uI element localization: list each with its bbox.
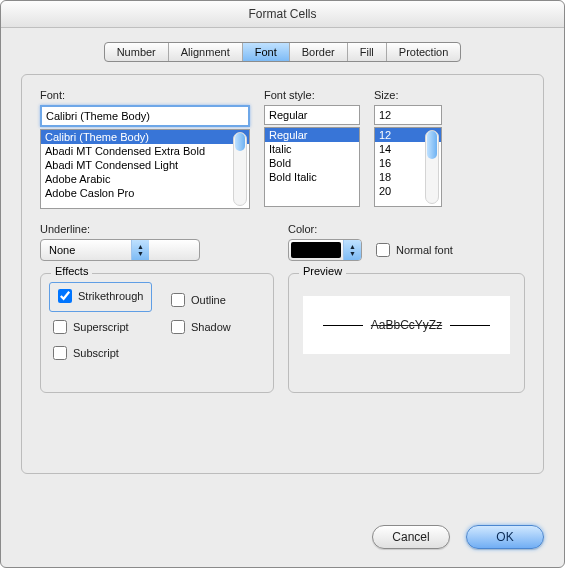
font-input[interactable] xyxy=(40,105,250,127)
tab-number[interactable]: Number xyxy=(105,43,169,61)
effects-legend: Effects xyxy=(51,265,92,277)
color-swatch xyxy=(291,242,341,258)
checkbox-icon[interactable] xyxy=(171,293,185,307)
list-item[interactable]: Abadi MT Condensed Light xyxy=(41,158,249,172)
ok-button[interactable]: OK xyxy=(466,525,544,549)
color-select[interactable]: ▲▼ xyxy=(288,239,362,261)
size-label: Size: xyxy=(374,89,442,101)
chevron-updown-icon: ▲▼ xyxy=(131,240,149,260)
preview-line-right xyxy=(450,325,490,326)
dialog-footer: Cancel OK xyxy=(372,525,544,549)
preview-legend: Preview xyxy=(299,265,346,277)
checkbox-icon[interactable] xyxy=(58,289,72,303)
checkbox-icon[interactable] xyxy=(53,346,67,360)
list-item[interactable]: Regular xyxy=(265,128,359,142)
scrollbar-thumb[interactable] xyxy=(427,131,437,159)
strikethrough-checkbox[interactable]: Strikethrough xyxy=(58,289,143,303)
outline-checkbox[interactable]: Outline xyxy=(171,282,261,318)
list-item[interactable]: Italic xyxy=(265,142,359,156)
preview-text: AaBbCcYyZz xyxy=(371,318,442,332)
tab-font[interactable]: Font xyxy=(243,43,290,61)
checkbox-icon[interactable] xyxy=(53,320,67,334)
tab-alignment[interactable]: Alignment xyxy=(169,43,243,61)
checkbox-icon[interactable] xyxy=(376,243,390,257)
font-style-label: Font style: xyxy=(264,89,360,101)
preview-sample: AaBbCcYyZz xyxy=(303,296,510,354)
scrollbar[interactable] xyxy=(425,130,439,204)
subscript-checkbox[interactable]: Subscript xyxy=(53,346,163,360)
font-listbox[interactable]: Calibri (Theme Body) Abadi MT Condensed … xyxy=(40,129,250,209)
scrollbar[interactable] xyxy=(233,132,247,206)
size-input[interactable] xyxy=(374,105,442,125)
list-item[interactable]: Adobe Arabic xyxy=(41,172,249,186)
preview-line-left xyxy=(323,325,363,326)
font-panel: Font: Calibri (Theme Body) Abadi MT Cond… xyxy=(21,74,544,474)
list-item[interactable]: Adobe Caslon Pro xyxy=(41,186,249,200)
font-style-listbox[interactable]: Regular Italic Bold Bold Italic xyxy=(264,127,360,207)
list-item[interactable]: Bold Italic xyxy=(265,170,359,184)
superscript-checkbox[interactable]: Superscript xyxy=(53,320,163,334)
underline-label: Underline: xyxy=(40,223,274,235)
dialog-title: Format Cells xyxy=(1,1,564,28)
list-item[interactable]: Abadi MT Condensed Extra Bold xyxy=(41,144,249,158)
list-item[interactable]: Bold xyxy=(265,156,359,170)
chevron-updown-icon: ▲▼ xyxy=(343,240,361,260)
tab-border[interactable]: Border xyxy=(290,43,348,61)
underline-value: None xyxy=(41,240,131,260)
checkbox-icon[interactable] xyxy=(171,320,185,334)
cancel-button[interactable]: Cancel xyxy=(372,525,450,549)
list-item[interactable]: Calibri (Theme Body) xyxy=(41,130,249,144)
tab-bar: Number Alignment Font Border Fill Protec… xyxy=(104,42,462,62)
font-style-input[interactable] xyxy=(264,105,360,125)
scrollbar-thumb[interactable] xyxy=(235,133,245,151)
shadow-checkbox[interactable]: Shadow xyxy=(171,320,261,334)
size-listbox[interactable]: 12 14 16 18 20 xyxy=(374,127,442,207)
format-cells-dialog: Format Cells Number Alignment Font Borde… xyxy=(0,0,565,568)
tab-fill[interactable]: Fill xyxy=(348,43,387,61)
tab-protection[interactable]: Protection xyxy=(387,43,461,61)
font-label: Font: xyxy=(40,89,250,101)
effects-fieldset: Effects Strikethrough Outline xyxy=(40,273,274,393)
color-label: Color: xyxy=(288,223,525,235)
effects-focus-ring: Strikethrough xyxy=(49,282,152,312)
preview-fieldset: Preview AaBbCcYyZz xyxy=(288,273,525,393)
normal-font-checkbox[interactable]: Normal font xyxy=(376,243,453,257)
underline-select[interactable]: None ▲▼ xyxy=(40,239,200,261)
